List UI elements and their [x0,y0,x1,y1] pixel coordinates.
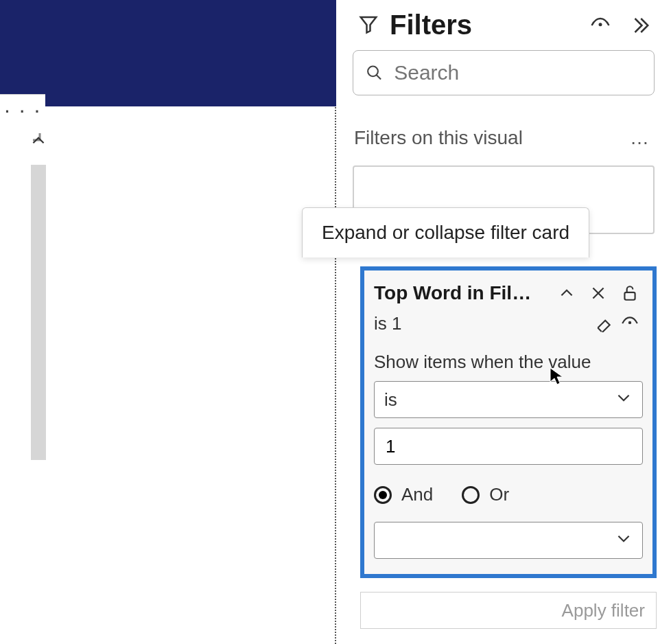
filter-card-expanded: Top Word in Film ... is 1 Show items whe… [360,266,657,578]
chevron-down-icon [615,529,633,552]
pane-title: Filters [390,10,575,41]
condition-select-2[interactable] [374,522,643,559]
svg-point-6 [628,321,631,324]
filter-search-input[interactable] [353,50,655,95]
filter-prompt-label: Show items when the value [374,352,643,373]
value-input-1-field[interactable] [384,435,633,458]
logic-or-label: Or [489,484,509,505]
apply-filter-label: Apply filter [562,600,645,621]
apply-filter-button[interactable]: Apply filter [360,592,657,629]
logic-or-radio[interactable] [462,486,480,504]
tooltip: Expand or collapse filter card [302,207,589,257]
svg-point-1 [368,67,378,77]
report-canvas[interactable]: · · · [0,0,336,644]
lock-filter-button[interactable] [617,280,643,306]
collapse-pane-button[interactable] [626,11,655,40]
hide-filter-button[interactable] [617,310,643,336]
svg-line-2 [377,75,381,79]
logic-and-radio[interactable] [374,486,392,504]
remove-filter-button[interactable] [585,280,611,306]
section-title: Filters on this visual [354,127,626,149]
chevron-down-icon [615,389,633,411]
visual-background [0,0,336,106]
condition-select-1[interactable]: is [374,381,643,418]
scroll-thumb[interactable] [31,165,46,460]
svg-rect-5 [624,292,635,300]
filter-search-field[interactable] [392,60,641,85]
vertical-scrollbar[interactable] [29,130,48,644]
collapse-card-button[interactable] [554,280,580,306]
clear-filter-button[interactable] [591,310,617,336]
more-icon: … [630,127,649,149]
value-input-1[interactable] [374,428,643,465]
filter-icon [358,14,379,37]
visual-options-ellipsis[interactable]: · · · [4,97,41,123]
svg-point-0 [599,23,602,26]
section-more-button[interactable]: … [626,123,653,153]
search-icon [366,63,383,82]
filter-summary: is 1 [374,313,591,334]
logic-and-label: And [401,484,433,505]
pane-visibility-toggle[interactable] [586,11,615,40]
condition-select-1-value: is [384,389,397,411]
filter-card-title: Top Word in Film ... [374,282,548,304]
scroll-up-icon[interactable] [29,130,48,151]
